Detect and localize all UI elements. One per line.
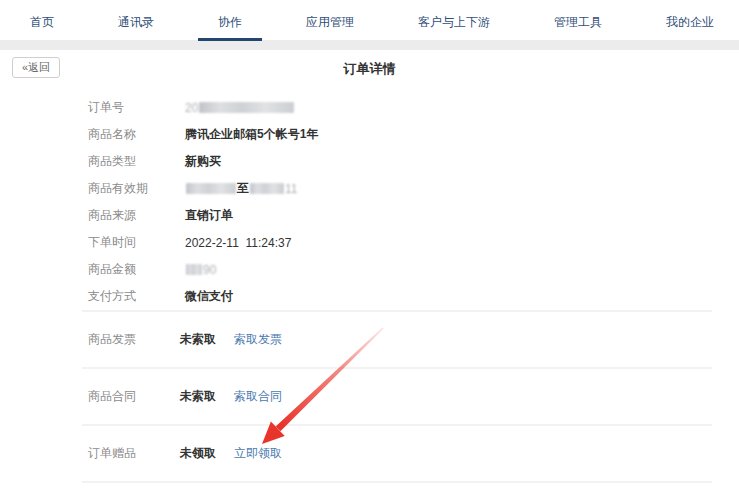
order-fields: 订单号20商品名称腾讯企业邮箱5个帐号1年商品类型新购买商品有效期至11商品来源… [0,87,739,310]
back-button[interactable]: «返回 [12,57,60,78]
gift-link[interactable]: 立即领取 [234,445,282,462]
field-value: 20 [185,101,295,115]
status-text: 未索取 [180,331,216,348]
nav-item-2[interactable]: 协作 [218,14,242,31]
field-value: 直销订单 [185,207,233,224]
field-value: 微信支付 [185,288,233,305]
action-row-contract: 商品合同未索取索取合同 [82,367,712,424]
action-row-gift: 订单赠品未领取立即领取 [82,424,712,483]
action-row-invoice: 商品发票未索取索取发票 [82,310,712,367]
field-row-product-type: 商品类型新购买 [88,148,739,175]
page-header: «返回 订单详情 [0,50,739,87]
redacted-blur [199,102,294,113]
field-label: 订单号 [88,99,185,116]
contract-link[interactable]: 索取合同 [234,388,282,405]
nav-item-1[interactable]: 通讯录 [118,14,154,31]
order-actions: 商品发票未索取索取发票商品合同未索取索取合同订单赠品未领取立即领取 [82,310,712,483]
field-value: 腾讯企业邮箱5个帐号1年 [185,126,318,143]
field-row-order-source: 商品来源直销订单 [88,202,739,229]
action-label: 商品发票 [88,331,180,348]
field-value: 至11 [185,180,297,197]
field-label: 商品金额 [88,261,185,278]
nav-item-3[interactable]: 应用管理 [306,14,354,31]
nav-item-6[interactable]: 我的企业 [666,14,714,31]
field-label: 商品名称 [88,126,185,143]
invoice-link[interactable]: 索取发票 [234,331,282,348]
field-label: 支付方式 [88,288,185,305]
field-value: 2022-2-11 11:24:37 [185,236,291,250]
field-label: 商品来源 [88,207,185,224]
field-row-order-amount: 商品金额90 [88,256,739,283]
nav-item-0[interactable]: 首页 [30,14,54,31]
status-text: 未索取 [180,388,216,405]
field-value: 90 [185,263,216,277]
field-label: 下单时间 [88,234,185,251]
redacted-blur [186,183,236,194]
field-row-validity-period: 商品有效期至11 [88,175,739,202]
page-title: 订单详情 [0,50,739,87]
nav-item-5[interactable]: 管理工具 [554,14,602,31]
action-label: 订单赠品 [88,445,180,462]
field-row-order-number: 订单号20 [88,94,739,121]
nav-item-4[interactable]: 客户与上下游 [418,14,490,31]
field-label: 商品类型 [88,153,185,170]
status-text: 未领取 [180,445,216,462]
field-row-order-time: 下单时间2022-2-11 11:24:37 [88,229,739,256]
redacted-blur [250,183,284,194]
field-label: 商品有效期 [88,180,185,197]
redacted-blur [186,264,202,275]
action-label: 商品合同 [88,388,180,405]
separator-bar [0,40,739,50]
field-row-product-name: 商品名称腾讯企业邮箱5个帐号1年 [88,121,739,148]
field-value: 新购买 [185,153,221,170]
field-row-payment-method: 支付方式微信支付 [88,283,739,310]
top-nav: 首页通讯录协作应用管理客户与上下游管理工具我的企业 [0,0,739,40]
